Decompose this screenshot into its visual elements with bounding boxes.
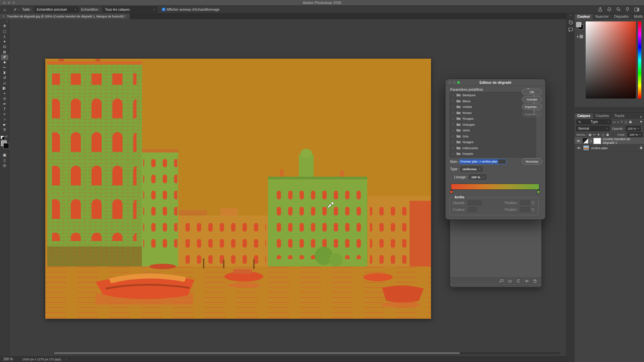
chevron-right-icon[interactable]: ›	[452, 105, 454, 109]
document-canvas[interactable]	[45, 59, 431, 319]
foreground-color-swatch[interactable]	[576, 22, 581, 27]
minimize-icon[interactable]	[453, 81, 455, 84]
learn-lightbulb-icon[interactable]	[625, 7, 630, 12]
color-stop-end[interactable]	[537, 190, 540, 194]
filter-pixel-layers-icon[interactable]: ▭	[613, 120, 616, 124]
tab-couleur[interactable]: Couleur	[575, 14, 593, 19]
screen-mode-button[interactable]: ▯	[1, 158, 8, 163]
clone-stamp-tool[interactable]: ♜	[1, 70, 8, 76]
preset-folder-gris[interactable]: ›Gris	[450, 133, 536, 139]
history-panel-icon[interactable]	[568, 20, 573, 25]
preset-folder-iridescents[interactable]: ›Iridescents	[450, 145, 536, 151]
cancel-button[interactable]: Annuler	[522, 96, 542, 103]
lock-pixels-icon[interactable]: ✏	[593, 133, 596, 136]
tab-degrades[interactable]: Dégradés	[611, 14, 631, 19]
gradient-name-input[interactable]: Premier plan -> arrière-plan	[460, 159, 506, 164]
move-tool[interactable]: ✜	[1, 23, 8, 29]
chevron-right-icon[interactable]: ›	[452, 117, 454, 120]
layer-filter-dropdown[interactable]: Type ˅	[576, 119, 611, 124]
fill-field[interactable]: 100 % ˅	[628, 132, 642, 137]
marquee-tool[interactable]: ▢	[1, 29, 8, 34]
sample-scope-dropdown[interactable]: Tous les calques ˅	[103, 7, 157, 12]
reset-icon[interactable]	[517, 279, 520, 283]
lock-artboard-icon[interactable]: ▢	[601, 133, 604, 136]
hand-tool[interactable]: ☛	[1, 122, 8, 128]
shape-tool[interactable]: ○	[1, 117, 8, 122]
smoothness-dropdown[interactable]: 100 % ˅	[469, 174, 486, 180]
filter-smart-objects-icon[interactable]	[629, 120, 632, 124]
search-icon[interactable]	[616, 7, 621, 12]
gradient-type-dropdown[interactable]: Uniforme ˅	[460, 166, 483, 172]
delete-icon[interactable]	[533, 279, 537, 283]
notifications-bell-icon[interactable]	[607, 7, 611, 12]
swap-colors-icon[interactable]: ↺	[5, 135, 8, 138]
import-button[interactable]: Importer...	[522, 104, 542, 110]
capture-button[interactable]: ◎	[1, 163, 8, 168]
background-color-swatch[interactable]	[3, 143, 9, 149]
zoom-icon[interactable]	[457, 81, 460, 84]
chevron-right-icon[interactable]: ›	[452, 146, 454, 149]
chevron-right-icon[interactable]: ›	[452, 152, 454, 156]
gamut-warning-icon[interactable]: ▲	[576, 35, 579, 38]
color-stop-start[interactable]	[450, 190, 453, 194]
layer-row-gradient-map[interactable]: 8 Courbe transfert de dégradé 1	[575, 137, 644, 144]
frame-tool[interactable]: ⊠	[1, 50, 8, 55]
eyedropper-tool-preset[interactable]: ✐ ˅	[14, 7, 19, 11]
eraser-tool[interactable]: ▱	[1, 81, 8, 86]
path-select-tool[interactable]: ➤	[1, 112, 8, 117]
expand-panels-icon[interactable]: «	[567, 14, 575, 17]
default-colors-icon[interactable]	[2, 137, 5, 140]
color-field[interactable]	[586, 21, 636, 99]
type-tool[interactable]: T	[1, 107, 8, 112]
visibility-eye-icon[interactable]	[525, 280, 529, 283]
filter-adjustment-layers-icon[interactable]: ◐	[618, 120, 619, 124]
sample-size-dropdown[interactable]: Echantillon ponctuel ˅	[35, 7, 78, 12]
layer-name[interactable]: Courbe transfert de dégradé 1	[603, 137, 643, 144]
chevron-right-icon[interactable]: ›	[452, 129, 454, 132]
dialog-window-controls[interactable]	[448, 81, 460, 84]
filter-type-layers-icon[interactable]: T	[621, 120, 623, 124]
new-gradient-button[interactable]: Nouveau	[522, 158, 542, 165]
zoom-tool[interactable]: ⚲	[1, 127, 8, 133]
lock-all-icon[interactable]	[606, 133, 609, 137]
blend-mode-dropdown[interactable]: Normal ˅	[576, 126, 610, 131]
layer-mask-thumbnail[interactable]	[593, 138, 601, 144]
previous-state-icon[interactable]	[508, 280, 512, 283]
lasso-tool[interactable]: ς	[1, 34, 8, 39]
ok-button[interactable]: OK	[522, 89, 542, 95]
chevron-right-icon[interactable]: ›	[452, 94, 454, 97]
filter-shape-layers-icon[interactable]: ▢	[624, 120, 627, 124]
home-icon[interactable]: ⌂	[3, 7, 6, 12]
lock-transparency-icon[interactable]: ▦	[589, 133, 592, 136]
eyedropper-tool[interactable]: ✐	[1, 55, 8, 60]
lock-position-icon[interactable]: ✜	[597, 133, 600, 136]
gradient-preview-bar[interactable]	[451, 184, 539, 190]
quick-mask-button[interactable]: ▣	[1, 153, 8, 158]
adjustment-layer-thumbnail[interactable]	[583, 138, 589, 144]
crop-tool[interactable]: ⊡	[1, 44, 8, 50]
preset-folder-verts[interactable]: ›Verts	[450, 127, 536, 133]
wand-tool[interactable]: ✦	[1, 39, 8, 45]
chevron-right-icon[interactable]: ›	[452, 99, 454, 103]
checkbox-checked-icon[interactable]: ✓	[162, 8, 165, 11]
chevron-right-icon[interactable]: ›	[452, 134, 454, 138]
share-icon[interactable]	[598, 7, 602, 12]
chevron-right-icon[interactable]: ›	[452, 140, 454, 144]
visibility-eye-icon[interactable]	[576, 139, 581, 142]
brush-tool[interactable]: ✏	[1, 65, 8, 70]
close-tab-icon[interactable]: ×	[3, 14, 5, 18]
comments-panel-icon[interactable]	[568, 27, 573, 32]
layer-name[interactable]: Arrière-plan	[591, 146, 608, 150]
chevron-right-icon[interactable]: ›	[452, 123, 454, 126]
preset-folder-oranges[interactable]: ›Oranges	[450, 122, 536, 128]
close-icon[interactable]	[448, 81, 451, 84]
status-chevron-icon[interactable]: ›	[66, 357, 67, 361]
collapse-toolbar-icon[interactable]: »	[6, 20, 8, 23]
hue-slider[interactable]	[638, 21, 641, 99]
scrollbar-thumb[interactable]	[54, 352, 460, 354]
pen-tool[interactable]: ✒	[1, 102, 8, 107]
gradient-tool[interactable]	[1, 86, 8, 91]
preset-folder-nuages[interactable]: ›Nuages	[450, 139, 536, 145]
tab-calques[interactable]: Calques	[575, 113, 593, 119]
opacity-field[interactable]: 100 % ˅	[626, 126, 641, 131]
